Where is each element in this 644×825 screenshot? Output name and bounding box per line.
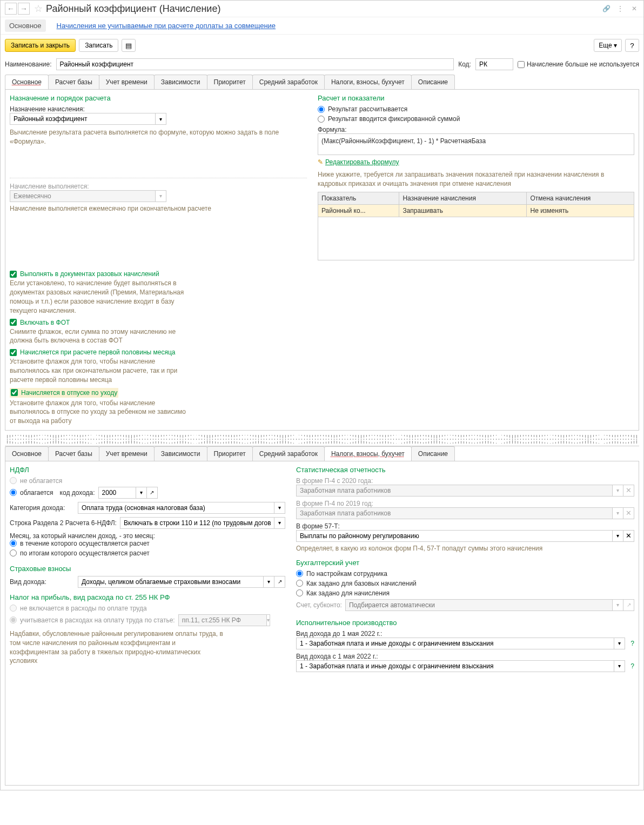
indicators-table: Показатель Назначение начисления Отмена … (318, 192, 634, 260)
cat-dropdown[interactable]: ▾ (274, 502, 285, 514)
tab-time[interactable]: Учет времени (99, 75, 155, 89)
purpose-title: Назначение и порядок расчета (10, 94, 307, 102)
assign-label: Назначение начисления: (10, 105, 307, 113)
close-icon[interactable]: ✕ (629, 4, 639, 14)
acct-sub-dropdown: ▾ (613, 599, 623, 611)
radio-month-during-label: в течение которого осуществляется расчет (20, 540, 150, 547)
radio-month-during[interactable] (10, 540, 17, 547)
radio-acct-emp[interactable] (296, 570, 303, 577)
forward-button[interactable]: → (18, 3, 30, 15)
p4-2019-dropdown: ▾ (613, 507, 623, 519)
chk4-hint: Установите флажок для того, чтобы начисл… (10, 399, 193, 426)
edit-formula-link[interactable]: Редактировать формулу (325, 158, 399, 166)
chk-leave-label: Начисляется в отпуске по уходу (21, 389, 117, 397)
tab2-time[interactable]: Учет времени (99, 446, 155, 461)
exec-label: Начисление выполняется: (10, 183, 307, 190)
calc-indicators-title: Расчет и показатели (318, 94, 634, 102)
ndfl-code-open[interactable]: ↗ (147, 487, 158, 499)
tab2-avg[interactable]: Средний заработок (252, 446, 325, 461)
f57t-clear[interactable]: ✕ (623, 530, 634, 542)
radio-calculated[interactable] (318, 106, 325, 113)
tab-priority[interactable]: Приоритет (207, 75, 253, 89)
p4-2020-select (296, 485, 613, 497)
exec-after-help[interactable]: ? (630, 662, 634, 670)
radio-month-after[interactable] (10, 549, 17, 556)
assign-select[interactable] (10, 113, 156, 125)
chk-fot[interactable] (10, 319, 17, 326)
ndfl-code-input[interactable] (98, 487, 136, 499)
line-label: Строка Раздела 2 Расчета 6-НДФЛ: (10, 519, 117, 527)
nav-main[interactable]: Основное (5, 19, 46, 32)
tab2-tax[interactable]: Налоги, взносы, бухучет (324, 446, 412, 461)
exec-before-select[interactable] (296, 638, 614, 649)
calc-hint: Вычисление результата расчета выполняетс… (10, 128, 307, 146)
exec-after-dropdown[interactable]: ▾ (614, 660, 625, 672)
formula-display: (Макс(РайонныйКоэффициент, 1) - 1) * Рас… (318, 133, 634, 155)
chk-oneoff[interactable] (10, 271, 17, 278)
menu-icon[interactable]: ⋮ (615, 4, 625, 14)
radio-fixed[interactable] (318, 116, 325, 123)
ndfl-title: НДФЛ (10, 466, 285, 474)
back-button[interactable]: ← (5, 3, 17, 15)
tab2-priority[interactable]: Приоритет (207, 446, 253, 461)
line-dropdown[interactable]: ▾ (274, 517, 285, 529)
tab-avg[interactable]: Средний заработок (252, 75, 325, 89)
cat-select[interactable] (78, 502, 274, 514)
chk-firsthalf[interactable] (10, 349, 17, 356)
favorite-icon[interactable]: ☆ (34, 3, 43, 15)
acct-title: Бухгалтерский учет (296, 559, 634, 567)
tab2-desc[interactable]: Описание (411, 446, 455, 461)
report-button[interactable]: ▤ (122, 39, 136, 52)
radio-profit-incl (10, 616, 17, 623)
line-select[interactable] (120, 517, 274, 529)
tab2-base[interactable]: Расчет базы (48, 446, 99, 461)
ins-type-open[interactable]: ↗ (274, 576, 285, 588)
tab-base[interactable]: Расчет базы (48, 75, 99, 89)
link-icon[interactable]: 🔗 (601, 4, 611, 14)
f57t-select[interactable] (296, 530, 613, 542)
p4-2019-select (296, 507, 613, 519)
f57t-dropdown[interactable]: ▾ (613, 530, 623, 542)
code-input[interactable] (475, 58, 513, 70)
exec-before-help[interactable]: ? (630, 640, 634, 647)
exec-before-label: Вид дохода до 1 мая 2022 г.: (296, 630, 634, 638)
ndfl-code-dropdown[interactable]: ▾ (136, 487, 147, 499)
radio-taxed[interactable] (10, 489, 17, 496)
tab-deps[interactable]: Зависимости (154, 75, 207, 89)
chk-leave[interactable] (11, 389, 18, 396)
ins-type-select[interactable] (78, 576, 264, 588)
tab2-main[interactable]: Основное (5, 446, 49, 461)
not-used-checkbox[interactable] (518, 61, 525, 68)
cat-label: Категория дохода: (10, 504, 75, 512)
table-row[interactable]: Районный ко... Запрашивать Не изменять (318, 204, 634, 217)
assign-dropdown-button[interactable]: ▾ (156, 113, 166, 125)
radio-acct-this-label: Как задано для начисления (306, 589, 390, 597)
exec-before-dropdown[interactable]: ▾ (614, 638, 625, 649)
profit-title: Налог на прибыль, вид расхода по ст. 255… (10, 593, 285, 601)
tab-desc[interactable]: Описание (411, 75, 455, 89)
chk-firsthalf-label: Начисляется при расчете первой половины … (20, 348, 175, 356)
save-button[interactable]: Записать (79, 39, 118, 52)
ins-type-dropdown[interactable]: ▾ (264, 576, 274, 588)
tab-main[interactable]: Основное (5, 75, 49, 89)
radio-acct-base-label: Как задано для базовых начислений (306, 580, 417, 587)
exec-after-select[interactable] (296, 660, 614, 672)
acct-sub-label: Счет, субконто: (296, 601, 342, 609)
more-button[interactable]: Еще ▾ (594, 39, 622, 52)
save-close-button[interactable]: Записать и закрыть (5, 39, 76, 52)
profit-dropdown: ▾ (267, 614, 270, 626)
radio-acct-this[interactable] (296, 589, 303, 596)
p4-2019-clear: ✕ (623, 507, 634, 519)
code-label: Код: (458, 61, 471, 68)
tab2-deps[interactable]: Зависимости (154, 446, 207, 461)
exec-proc-title: Исполнительное производство (296, 619, 634, 627)
nav-excluded[interactable]: Начисления не учитываемые при расчете до… (52, 19, 280, 32)
radio-acct-base[interactable] (296, 580, 303, 587)
radio-notax (10, 477, 17, 484)
help-button[interactable]: ? (625, 39, 639, 52)
name-input[interactable] (56, 58, 454, 70)
p4-2019-label: В форме П-4 по 2019 год: (296, 500, 634, 507)
tab-tax[interactable]: Налоги, взносы, бухучет (324, 75, 412, 89)
acct-sub-select (345, 599, 613, 611)
ins-type-label: Вид дохода: (10, 578, 75, 586)
